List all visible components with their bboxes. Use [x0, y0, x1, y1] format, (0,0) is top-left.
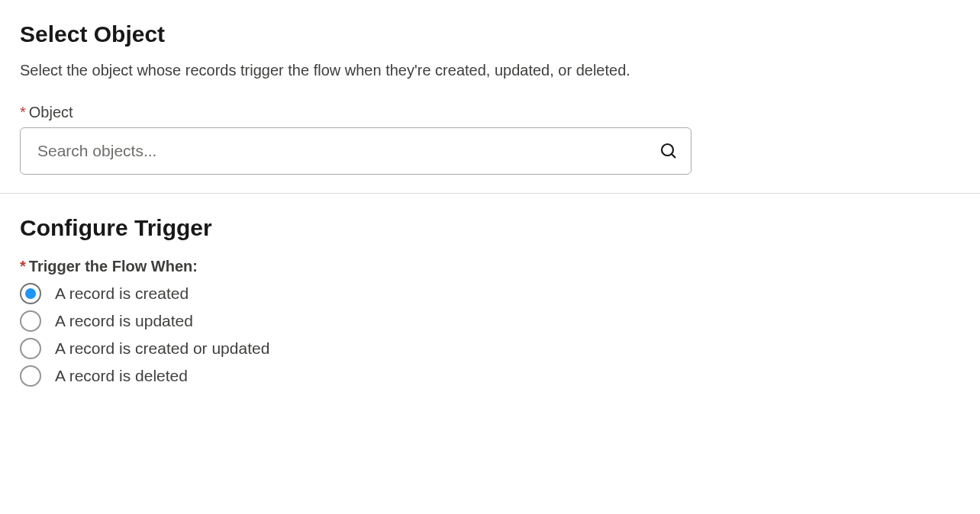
radio-circle-icon: [20, 338, 41, 359]
radio-circle-icon: [20, 365, 41, 387]
radio-circle-icon: [20, 283, 41, 304]
radio-option-updated[interactable]: A record is updated: [20, 310, 960, 332]
required-indicator: *: [20, 104, 26, 120]
radio-label: A record is created: [55, 284, 189, 303]
radio-label: A record is created or updated: [55, 339, 269, 358]
radio-option-deleted[interactable]: A record is deleted: [20, 365, 960, 387]
trigger-when-label: *Trigger the Flow When:: [20, 258, 960, 275]
required-indicator: *: [20, 258, 26, 275]
radio-option-created[interactable]: A record is created: [20, 283, 960, 304]
trigger-label-text: Trigger the Flow When:: [29, 258, 198, 275]
configure-trigger-title: Configure Trigger: [20, 215, 960, 241]
select-object-title: Select Object: [20, 21, 960, 47]
radio-circle-icon: [20, 310, 41, 332]
trigger-radio-group: A record is created A record is updated …: [20, 283, 960, 387]
radio-option-created-or-updated[interactable]: A record is created or updated: [20, 338, 960, 359]
select-object-description: Select the object whose records trigger …: [20, 58, 646, 82]
configure-trigger-section: Configure Trigger *Trigger the Flow When…: [0, 194, 980, 408]
object-search-wrap: [20, 127, 691, 175]
select-object-section: Select Object Select the object whose re…: [0, 0, 980, 193]
radio-dot-icon: [25, 288, 36, 299]
radio-label: A record is updated: [55, 312, 193, 330]
object-search-input[interactable]: [20, 127, 691, 175]
object-label-text: Object: [29, 104, 73, 120]
radio-label: A record is deleted: [55, 367, 188, 385]
object-field-label: *Object: [20, 104, 960, 121]
